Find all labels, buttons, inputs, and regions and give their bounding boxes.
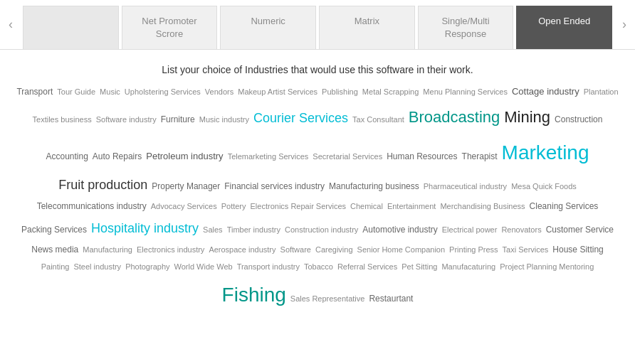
- word-item: Metal Scrapping: [362, 85, 419, 100]
- word-item: Tax Consultant: [352, 112, 404, 127]
- word-item: Fishing: [222, 276, 286, 314]
- word-item: World Wide Web: [174, 259, 233, 274]
- tab-net-promoter[interactable]: Net Promoter Scrore: [122, 6, 218, 49]
- word-item: Transport industry: [237, 259, 300, 274]
- word-item: Renovators: [501, 223, 541, 237]
- word-item: Music: [100, 85, 120, 100]
- word-item: Menu Planning Services: [423, 85, 508, 100]
- word-item: Construction industry: [285, 223, 358, 237]
- word-item: Cottage industry: [512, 83, 579, 101]
- word-item: Caregiving: [315, 242, 353, 257]
- word-item: Project Planning Mentoring: [500, 259, 594, 274]
- word-item: Chemical: [350, 199, 383, 214]
- word-item: Fruit production: [58, 173, 147, 197]
- tabs-container: ‹ Net Promoter Scrore Numeric Matrix Sin…: [0, 0, 635, 50]
- word-item: Accounting: [46, 149, 88, 165]
- word-item: Photography: [125, 259, 169, 274]
- word-item: Sales: [203, 223, 223, 237]
- word-item: Transport: [16, 84, 53, 100]
- word-item: Marketing: [502, 134, 589, 171]
- word-item: Petroleum industry: [146, 148, 223, 166]
- word-item: Senior Home Companion: [357, 242, 446, 257]
- word-cloud: TransportTour GuideMusicUpholstering Ser…: [0, 82, 635, 314]
- word-item: Packing Services: [21, 222, 87, 238]
- word-item: Printing Press: [449, 242, 498, 257]
- word-item: Timber industry: [227, 223, 280, 237]
- word-item: Steel industry: [73, 259, 121, 274]
- tab-placeholder[interactable]: [23, 6, 119, 49]
- tab-single-multi[interactable]: Single/Multi Response: [418, 6, 514, 49]
- word-item: Taxi Services: [503, 242, 549, 257]
- word-item: Mesa Quick Foods: [511, 179, 577, 194]
- word-item: Restaurtant: [369, 291, 413, 307]
- tab-open-ended[interactable]: Open Ended: [516, 6, 612, 49]
- word-item: Sales Representative: [290, 291, 365, 306]
- word-item: Textiles business: [33, 112, 92, 127]
- word-item: Broadcasting: [409, 102, 500, 132]
- word-item: Publishing: [322, 85, 358, 100]
- word-item: Electrical power: [442, 223, 498, 237]
- nav-arrow-right[interactable]: ›: [614, 0, 635, 49]
- word-item: Construction: [555, 112, 602, 128]
- word-item: Auto Repairs: [93, 149, 142, 165]
- word-item: Pottery: [221, 199, 246, 214]
- word-item: Advocacy Services: [151, 199, 217, 214]
- word-item: Automotive industry: [362, 222, 437, 238]
- word-item: Plantation: [584, 85, 619, 100]
- word-item: Referral Services: [337, 259, 397, 274]
- word-item: Financial services industry: [224, 178, 325, 195]
- nav-arrow-left[interactable]: ‹: [0, 0, 21, 49]
- word-item: News media: [31, 242, 78, 258]
- word-item: Software industry: [96, 112, 157, 127]
- word-item: Music industry: [199, 112, 249, 127]
- word-item: House Sitting: [552, 242, 603, 258]
- word-item: Upholstering Services: [125, 85, 201, 100]
- word-item: Courier Services: [253, 106, 348, 130]
- word-item: Pet Sitting: [402, 259, 437, 274]
- word-item: Secretarial Services: [313, 149, 382, 164]
- word-item: Manufacturing business: [329, 178, 419, 195]
- word-item: Vendors: [205, 85, 233, 100]
- word-item: Software: [280, 242, 311, 257]
- word-item: Property Manager: [152, 178, 220, 195]
- word-item: Manufacturing: [83, 242, 132, 257]
- word-item: Tobacco: [304, 259, 333, 274]
- word-item: Furniture: [161, 112, 195, 128]
- word-item: Merchandising Business: [440, 199, 525, 214]
- word-item: Makeup Artist Services: [238, 85, 318, 100]
- word-item: Mining: [504, 102, 550, 132]
- tab-numeric[interactable]: Numeric: [220, 6, 316, 49]
- word-item: Manufacaturing: [441, 259, 495, 274]
- word-item: Hospitality industry: [91, 216, 199, 240]
- word-item: Entertainment: [387, 199, 436, 214]
- word-item: Telemarketing Services: [228, 149, 309, 164]
- word-item: Human Resources: [387, 149, 457, 165]
- word-item: Aerospace industry: [209, 242, 275, 257]
- word-item: Telecommunications industry: [37, 198, 147, 215]
- question-text: List your choice of Industries that woul…: [0, 50, 635, 82]
- word-item: Tour Guide: [57, 85, 95, 100]
- word-item: Therapist: [462, 149, 498, 165]
- word-item: Customer Service: [546, 222, 614, 238]
- word-item: Pharmaceutical industry: [424, 179, 507, 194]
- word-item: Cleaning Services: [530, 198, 599, 215]
- tab-matrix[interactable]: Matrix: [319, 6, 415, 49]
- word-item: Painting: [41, 259, 70, 274]
- word-item: Electronics Repair Services: [251, 199, 347, 214]
- word-item: Electronics industry: [137, 242, 204, 257]
